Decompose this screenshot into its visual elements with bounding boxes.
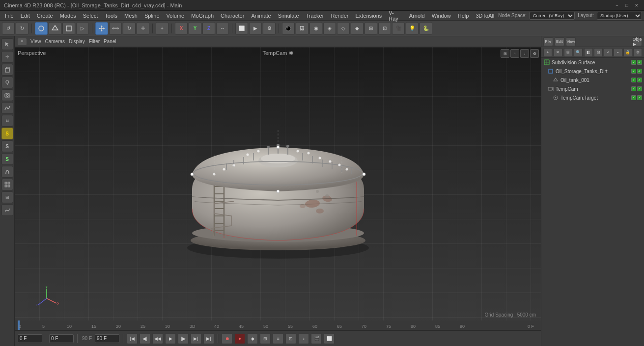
viewport-menu-display[interactable]: Display: [69, 39, 85, 44]
python-button[interactable]: 🐍: [420, 22, 432, 35]
menu-extensions[interactable]: Extensions: [352, 12, 385, 19]
menu-mograph[interactable]: MoGraph: [188, 12, 217, 19]
viewport-menu-cameras[interactable]: Cameras: [45, 39, 65, 44]
menu-mesh[interactable]: Mesh: [121, 12, 140, 19]
rp-objects-button[interactable]: Obje ▶: [632, 37, 642, 46]
menu-animate[interactable]: Animate: [248, 12, 274, 19]
maximize-button[interactable]: □: [623, 2, 630, 9]
object-row-oilstorage[interactable]: Oil_Storage_Tanks_Dirt ✓ ✓: [541, 67, 644, 76]
menu-select[interactable]: Select: [80, 12, 101, 19]
left-tool-magnet[interactable]: [1, 166, 13, 178]
viewport-maximize-button[interactable]: ⊞: [501, 49, 509, 58]
new-object-button[interactable]: +: [156, 22, 168, 35]
transform-tool-button[interactable]: ✛: [137, 22, 149, 35]
add-keyframe-button[interactable]: ◆: [247, 333, 258, 344]
snap-button[interactable]: ⊡: [378, 22, 391, 35]
om-view2-btn[interactable]: ⊡: [594, 48, 603, 57]
render-all-button[interactable]: ⬜: [324, 333, 335, 344]
redo-button[interactable]: ↻: [16, 22, 28, 35]
menu-volume[interactable]: Volume: [164, 12, 188, 19]
record-button[interactable]: ⏺: [222, 333, 232, 344]
object-row-oiltank[interactable]: Oil_tank_001 ✓ ✓: [541, 76, 644, 84]
viewport-settings-button[interactable]: ⚙: [530, 49, 539, 58]
shading-button[interactable]: [282, 22, 295, 35]
menu-file[interactable]: File: [2, 12, 17, 19]
left-tool-pattern[interactable]: ⊞: [1, 191, 13, 203]
menu-simulate[interactable]: Simulate: [275, 12, 302, 19]
viewport-prev-button[interactable]: ↑: [510, 49, 519, 58]
reflection-button[interactable]: ◈: [323, 22, 336, 35]
left-tool-spline[interactable]: [1, 102, 13, 114]
mesh-mode-button[interactable]: [49, 22, 61, 35]
object-row-tempcam[interactable]: TempCam ✓ ✓: [541, 84, 644, 93]
menu-vray[interactable]: V-Ray: [386, 9, 405, 22]
z-axis-button[interactable]: Z: [202, 22, 215, 35]
last-frame-button[interactable]: ▶|: [203, 333, 214, 344]
rp-view-button[interactable]: View: [566, 37, 576, 46]
oiltank-render-check[interactable]: ✓: [637, 78, 642, 82]
left-tool-light[interactable]: [1, 77, 13, 88]
left-tool-cube[interactable]: [1, 64, 13, 76]
viewport-menu-view[interactable]: View: [30, 39, 41, 44]
go-to-end-button[interactable]: ▶|: [191, 333, 201, 344]
polygon-mode-button[interactable]: ▷: [76, 22, 89, 35]
object-row-tempcam-target[interactable]: TempCam.Target ✓ ✓: [541, 93, 644, 102]
minimize-button[interactable]: −: [614, 2, 620, 9]
menu-tools[interactable]: Tools: [102, 12, 120, 19]
viewport-menu-filter[interactable]: Filter: [89, 39, 100, 44]
oilstorage-render-check[interactable]: ✓: [637, 69, 642, 74]
x-axis-button[interactable]: X: [175, 22, 188, 35]
ssao-button[interactable]: ◉: [309, 22, 322, 35]
bg-button[interactable]: 🎥: [392, 22, 405, 35]
node-space-dropdown[interactable]: Current (V-Ray): [530, 12, 575, 20]
viewport-menu-panel[interactable]: Panel: [104, 39, 116, 44]
left-tool-select[interactable]: [1, 38, 13, 50]
om-group-btn[interactable]: ⊞: [564, 48, 573, 57]
om-add-btn[interactable]: +: [543, 48, 552, 57]
edge-mode-button[interactable]: [62, 22, 75, 35]
subdivision-render-check[interactable]: ✓: [637, 60, 642, 65]
undo-button[interactable]: ↺: [2, 22, 15, 35]
viewport-next-button[interactable]: ↓: [520, 49, 529, 58]
left-tool-transform[interactable]: ✛: [1, 51, 13, 63]
left-tool-deformer[interactable]: ≋: [1, 115, 13, 127]
rotate-tool-button[interactable]: ↻: [123, 22, 136, 35]
light-button[interactable]: 💡: [406, 22, 419, 35]
left-tool-snake[interactable]: [1, 204, 13, 216]
grid-button[interactable]: ⊞: [364, 22, 377, 35]
postfx-button[interactable]: ◆: [351, 22, 364, 35]
subdivision-vis-check[interactable]: ✓: [631, 60, 636, 65]
menu-arnold[interactable]: Arnold: [406, 12, 428, 19]
menu-edit[interactable]: Edit: [18, 12, 33, 19]
play-reverse-button[interactable]: ◀◀: [152, 333, 163, 344]
timeline-manager-button[interactable]: ≡: [273, 333, 283, 344]
om-view1-btn[interactable]: ◧: [584, 48, 593, 57]
keyframe-manager-button[interactable]: ⊞: [260, 333, 271, 344]
prev-keyframe-button[interactable]: ◀|: [140, 333, 150, 344]
close-button[interactable]: ✕: [633, 2, 640, 9]
rp-file-button[interactable]: File: [543, 37, 553, 46]
object-row-subdivision[interactable]: Subdivision Surface ✓ ✓: [541, 58, 644, 67]
om-search-btn[interactable]: 🔍: [574, 48, 583, 57]
om-check-btn[interactable]: ✓: [604, 48, 613, 57]
tempcam-target-vis-check[interactable]: ✓: [631, 95, 636, 100]
model-mode-button[interactable]: [35, 22, 48, 35]
menu-3dtoall[interactable]: 3DToAll: [473, 12, 497, 19]
left-tool-s-green[interactable]: S: [1, 153, 13, 165]
play-button[interactable]: ▶: [165, 333, 176, 344]
wireframe-button[interactable]: ⬜: [235, 22, 248, 35]
motion-clip-button[interactable]: ⊡: [285, 333, 296, 344]
render-preview-button[interactable]: 🎬: [311, 333, 322, 344]
next-keyframe-button[interactable]: |▶: [178, 333, 189, 344]
oiltank-vis-check[interactable]: ✓: [631, 78, 636, 82]
tempcam-target-render-check[interactable]: ✓: [637, 95, 642, 100]
tempcam-vis-check[interactable]: ✓: [631, 86, 636, 91]
menu-help[interactable]: Help: [455, 12, 472, 19]
texture-button[interactable]: 🖼: [296, 22, 308, 35]
viewport-menu-icon[interactable]: ≡: [18, 38, 27, 45]
scale-tool-button[interactable]: ⟺: [109, 22, 122, 35]
go-to-start-button[interactable]: |◀: [127, 333, 138, 344]
play-button[interactable]: ▶: [249, 22, 262, 35]
om-dot-btn[interactable]: •: [614, 48, 622, 57]
om-lock-btn[interactable]: 🔒: [623, 48, 632, 57]
